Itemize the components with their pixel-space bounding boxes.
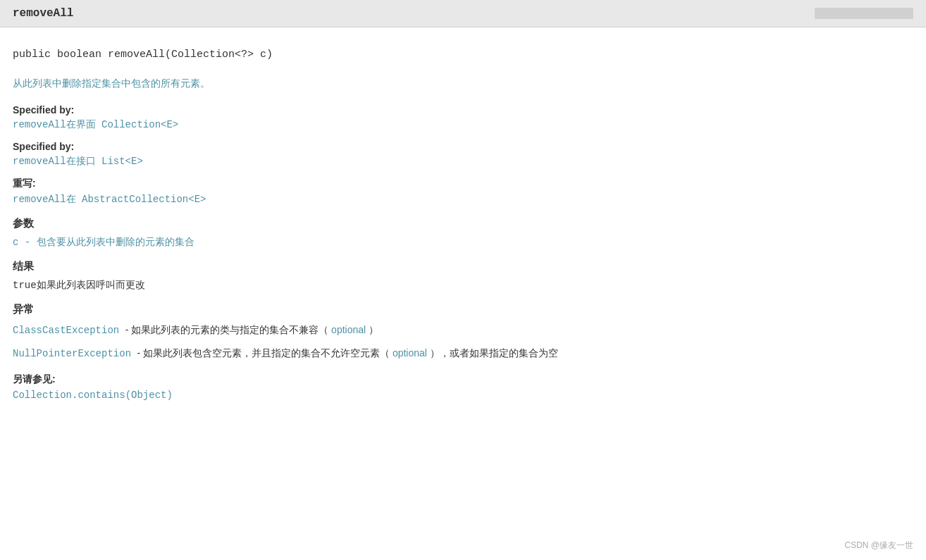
specified-by-1-section: Specified by: removeAll在界面 Collection<E> [13, 104, 913, 131]
overrides-link[interactable]: removeAll在 AbstractCollection<E> [13, 194, 206, 205]
result-heading: 结果 [13, 260, 913, 273]
exception-classcast-dash: - [125, 324, 132, 335]
header-title: removeAll [13, 7, 73, 20]
optional-keyword-1: optional [331, 324, 366, 335]
scrollbar-indicator[interactable] [815, 8, 913, 19]
exception-nullpointer-name[interactable]: NullPointerException [13, 348, 131, 359]
exception-classcast: ClassCastException - 如果此列表的元素的类与指定的集合不兼容… [13, 322, 913, 338]
see-also-heading: 另请参见: [13, 373, 913, 386]
overrides-label: 重写: [13, 178, 913, 190]
exception-nullpointer: NullPointerException - 如果此列表包含空元素，并且指定的集… [13, 345, 913, 361]
specified-by-1-link[interactable]: removeAll在界面 Collection<E> [13, 118, 913, 131]
header-bar: removeAll [0, 0, 926, 27]
footer-credit: CSDN @缘友一世 [844, 540, 913, 552]
exception-classcast-name[interactable]: ClassCastException [13, 325, 119, 336]
specified-by-2-label: Specified by: [13, 141, 913, 152]
see-also-section: 另请参见: Collection.contains(Object) [13, 373, 913, 401]
main-content: public boolean removeAll(Collection<?> c… [0, 27, 926, 439]
params-section: 参数 c - 包含要从此列表中删除的元素的集合 [13, 217, 913, 249]
specified-by-2-link[interactable]: removeAll在接口 List<E> [13, 155, 913, 168]
exception-nullpointer-dash: - [137, 347, 143, 359]
exception-nullpointer-desc: 如果此列表包含空元素，并且指定的集合不允许空元素（ [143, 347, 393, 359]
optional-keyword-2: optional [393, 347, 427, 359]
result-section: 结果 true如果此列表因呼叫而更改 [13, 260, 913, 292]
specified-by-2-section: Specified by: removeAll在接口 List<E> [13, 141, 913, 168]
overrides-section: 重写: removeAll在 AbstractCollection<E> [13, 178, 913, 206]
method-signature: public boolean removeAll(Collection<?> c… [13, 49, 913, 61]
result-value: true如果此列表因呼叫而更改 [13, 279, 913, 292]
exceptions-section: 异常 ClassCastException - 如果此列表的元素的类与指定的集合… [13, 303, 913, 362]
exception-classcast-desc: 如果此列表的元素的类与指定的集合不兼容（ [131, 324, 331, 335]
params-heading: 参数 [13, 217, 913, 230]
specified-by-1-label: Specified by: [13, 104, 913, 116]
param-c: c - 包含要从此列表中删除的元素的集合 [13, 236, 913, 249]
description-text: 从此列表中删除指定集合中包含的所有元素。 [13, 77, 913, 90]
exceptions-heading: 异常 [13, 303, 913, 316]
see-also-link[interactable]: Collection.contains(Object) [13, 390, 173, 401]
